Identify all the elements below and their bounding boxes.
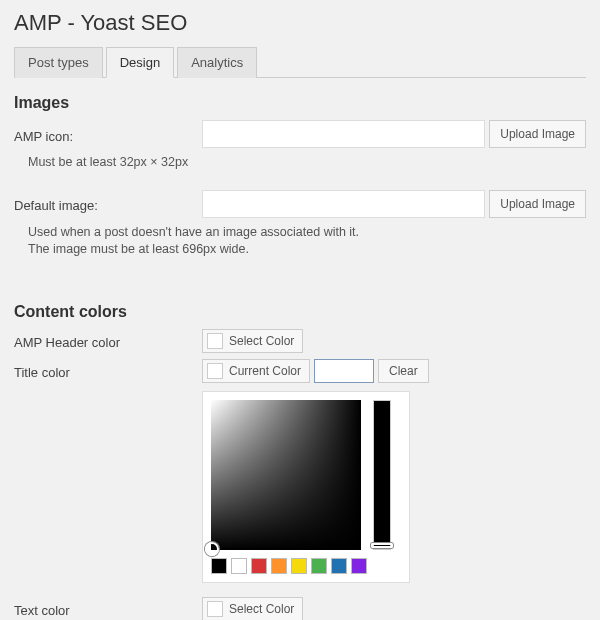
header-color-button-text: Select Color [229, 334, 294, 348]
label-header-color: AMP Header color [14, 331, 202, 350]
palette-swatch-3[interactable] [271, 558, 287, 574]
text-color-swatch [207, 601, 223, 617]
color-picker [202, 391, 410, 583]
label-title-color: Title color [14, 361, 202, 380]
palette-swatch-6[interactable] [331, 558, 347, 574]
palette-swatch-1[interactable] [231, 558, 247, 574]
label-amp-icon: AMP icon: [14, 125, 202, 144]
title-color-value-input[interactable] [314, 359, 374, 383]
header-color-swatch [207, 333, 223, 349]
helper-default-image-line1: Used when a post doesn't have an image a… [28, 225, 359, 239]
label-text-color: Text color [14, 599, 202, 618]
palette-swatch-5[interactable] [311, 558, 327, 574]
default-image-input[interactable] [202, 190, 485, 218]
row-amp-icon: AMP icon: Upload Image [14, 120, 586, 148]
tab-analytics[interactable]: Analytics [177, 47, 257, 78]
text-color-button-text: Select Color [229, 602, 294, 616]
title-color-swatch [207, 363, 223, 379]
helper-default-image-line2: The image must be at least 696px wide. [28, 242, 249, 256]
text-color-select-button[interactable]: Select Color [202, 597, 303, 621]
row-header-color: AMP Header color Select Color [14, 329, 586, 353]
helper-amp-icon: Must be at least 32px × 32px [28, 154, 586, 172]
header-color-select-button[interactable]: Select Color [202, 329, 303, 353]
picker-hue-bar[interactable] [373, 400, 391, 550]
label-default-image: Default image: [14, 194, 202, 213]
palette-swatch-4[interactable] [291, 558, 307, 574]
color-picker-container [202, 391, 586, 583]
picker-palette [211, 558, 401, 574]
palette-swatch-7[interactable] [351, 558, 367, 574]
tab-post-types[interactable]: Post types [14, 47, 103, 78]
amp-icon-input[interactable] [202, 120, 485, 148]
amp-icon-upload-button[interactable]: Upload Image [489, 120, 586, 148]
section-heading-images: Images [14, 94, 586, 112]
tabs-nav: Post types Design Analytics [14, 46, 586, 78]
page-title: AMP - Yoast SEO [14, 10, 586, 36]
title-color-clear-button[interactable]: Clear [378, 359, 429, 383]
section-heading-colors: Content colors [14, 303, 586, 321]
picker-hue-handle[interactable] [371, 543, 393, 548]
row-default-image: Default image: Upload Image [14, 190, 586, 218]
title-color-current-text: Current Color [229, 364, 301, 378]
palette-swatch-2[interactable] [251, 558, 267, 574]
picker-saturation-area[interactable] [211, 400, 361, 550]
title-color-current-button[interactable]: Current Color [202, 359, 310, 383]
tab-design[interactable]: Design [106, 47, 174, 78]
row-title-color: Title color Current Color Clear [14, 359, 586, 383]
page-root: AMP - Yoast SEO Post types Design Analyt… [0, 0, 600, 620]
picker-sv-handle[interactable] [205, 542, 219, 556]
row-text-color: Text color Select Color [14, 597, 586, 621]
palette-swatch-0[interactable] [211, 558, 227, 574]
default-image-upload-button[interactable]: Upload Image [489, 190, 586, 218]
helper-default-image: Used when a post doesn't have an image a… [28, 224, 586, 259]
